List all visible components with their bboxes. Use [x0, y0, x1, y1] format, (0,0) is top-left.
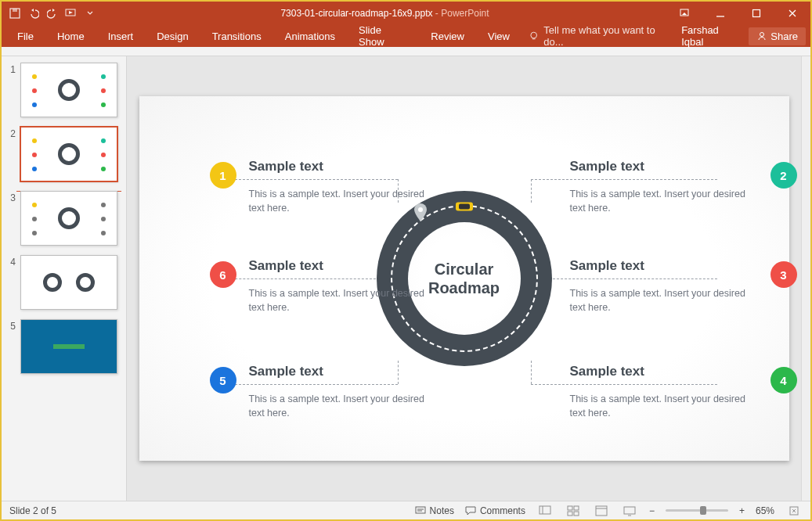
- item-body: This is a sample text. Insert your desir…: [249, 286, 437, 314]
- notes-label: Notes: [430, 505, 454, 516]
- notes-button[interactable]: Notes: [415, 505, 454, 516]
- tab-animations[interactable]: Animations: [274, 27, 346, 45]
- item-number-badge: 3: [770, 261, 797, 288]
- item-title: Sample text: [570, 258, 758, 274]
- slide-thumbnail-3[interactable]: [20, 191, 117, 246]
- tab-insert[interactable]: Insert: [97, 27, 145, 45]
- reading-view-button[interactable]: [593, 504, 610, 518]
- roadmap-item-1[interactable]: 1 Sample text This is a sample text. Ins…: [249, 159, 437, 215]
- start-from-beginning-icon[interactable]: [64, 6, 78, 20]
- zoom-out-button[interactable]: −: [649, 505, 655, 516]
- zoom-percent[interactable]: 65%: [756, 505, 774, 516]
- map-pin-icon[interactable]: [413, 203, 428, 225]
- share-label: Share: [770, 31, 798, 42]
- svg-rect-21: [596, 506, 607, 516]
- tell-me-text: Tell me what you want to do...: [543, 24, 672, 48]
- share-button[interactable]: Share: [749, 27, 806, 45]
- slide-thumbnail-4[interactable]: [20, 255, 117, 310]
- document-filename: 7303-01-circular-roadmap-16x9.pptx: [280, 8, 432, 19]
- vertical-scrollbar[interactable]: [801, 56, 810, 501]
- save-icon[interactable]: [8, 6, 22, 20]
- svg-rect-15: [540, 506, 550, 514]
- item-title: Sample text: [570, 159, 758, 174]
- svg-rect-23: [624, 507, 635, 514]
- thumbnail-number: 4: [5, 255, 16, 268]
- slide-thumbnail-1[interactable]: [20, 63, 117, 117]
- tab-design[interactable]: Design: [146, 27, 199, 45]
- signed-in-user[interactable]: Farshad Iqbal: [675, 21, 747, 51]
- center-line2: Roadmap: [428, 278, 500, 297]
- ribbon-tabs: File Home Insert Design Transitions Anim…: [2, 25, 810, 47]
- undo-icon[interactable]: [27, 6, 41, 20]
- app-name: - PowerPoint: [435, 8, 489, 19]
- zoom-slider[interactable]: [666, 509, 728, 512]
- thumbnail-row: 4: [5, 255, 123, 310]
- car-icon[interactable]: [456, 203, 473, 211]
- roadmap-item-2[interactable]: 2 Sample text This is a sample text. Ins…: [570, 159, 758, 215]
- slide-thumbnail-5[interactable]: [20, 319, 117, 374]
- item-title: Sample text: [249, 159, 437, 174]
- tell-me[interactable]: Tell me what you want to do...: [529, 24, 672, 48]
- slideshow-view-button[interactable]: [621, 504, 638, 518]
- thumbnail-number: 5: [5, 319, 16, 332]
- fit-to-window-button[interactable]: [785, 504, 803, 518]
- comments-label: Comments: [480, 505, 525, 516]
- slide-thumbnail-panel[interactable]: 1 2 3: [2, 56, 127, 501]
- thumbnail-row: 1: [5, 63, 123, 117]
- svg-rect-1: [13, 9, 17, 12]
- thumbnail-row: 5: [5, 319, 123, 374]
- roadmap-item-6[interactable]: 6 Sample text This is a sample text. Ins…: [249, 258, 437, 314]
- tab-transitions[interactable]: Transitions: [201, 27, 272, 45]
- slide-thumbnail-2[interactable]: [20, 127, 117, 181]
- tab-review[interactable]: Review: [420, 27, 475, 45]
- svg-rect-20: [574, 512, 579, 516]
- item-number-badge: 2: [770, 162, 797, 189]
- item-number-badge: 4: [770, 367, 797, 393]
- slide-sorter-button[interactable]: [565, 504, 582, 518]
- svg-rect-18: [574, 506, 579, 510]
- roadmap-item-3[interactable]: 3 Sample text This is a sample text. Ins…: [570, 258, 758, 314]
- tab-slideshow[interactable]: Slide Show: [348, 21, 418, 51]
- item-body: This is a sample text. Insert your desir…: [570, 286, 758, 314]
- thumbnail-number: 1: [5, 63, 16, 75]
- comments-icon: [465, 506, 476, 516]
- ring-center-text[interactable]: Circular Roadmap: [428, 260, 500, 297]
- connector: [531, 361, 532, 384]
- item-title: Sample text: [570, 364, 758, 379]
- thumbnail-number: 2: [5, 127, 16, 139]
- zoom-slider-knob[interactable]: [700, 506, 706, 515]
- item-number-badge: 5: [210, 367, 236, 393]
- zoom-in-button[interactable]: +: [739, 505, 745, 516]
- thumbnail-row: 2: [5, 127, 123, 181]
- svg-rect-19: [568, 512, 572, 516]
- center-line1: Circular: [428, 260, 500, 278]
- close-button[interactable]: [774, 2, 810, 25]
- connector: [531, 179, 532, 203]
- comments-button[interactable]: Comments: [465, 505, 525, 516]
- notes-icon: [415, 506, 426, 516]
- item-number-badge: 6: [210, 261, 236, 288]
- item-body: This is a sample text. Insert your desir…: [570, 392, 758, 420]
- tab-home[interactable]: Home: [46, 27, 96, 45]
- redo-icon[interactable]: [45, 6, 60, 20]
- item-body: This is a sample text. Insert your desir…: [249, 392, 437, 420]
- item-title: Sample text: [249, 258, 437, 274]
- slide-canvas-area[interactable]: Circular Roadmap 1 Sample text This is a…: [127, 56, 801, 501]
- roadmap-item-5[interactable]: 5 Sample text This is a sample text. Ins…: [249, 364, 437, 420]
- quick-access-toolbar: [2, 6, 103, 20]
- normal-view-button[interactable]: [536, 504, 554, 518]
- slide-counter[interactable]: Slide 2 of 5: [9, 505, 56, 516]
- roadmap-item-4[interactable]: 4 Sample text This is a sample text. Ins…: [570, 364, 758, 420]
- svg-rect-17: [568, 506, 572, 510]
- item-body: This is a sample text. Insert your desir…: [249, 187, 437, 215]
- svg-rect-5: [753, 10, 760, 17]
- qat-more-icon[interactable]: [83, 6, 97, 20]
- svg-point-10: [760, 33, 764, 37]
- slide-content[interactable]: Circular Roadmap 1 Sample text This is a…: [139, 96, 789, 461]
- item-number-badge: 1: [210, 162, 236, 189]
- tab-file[interactable]: File: [6, 27, 45, 45]
- tab-view[interactable]: View: [477, 27, 521, 45]
- window-title: 7303-01-circular-roadmap-16x9.pptx - Pow…: [103, 8, 666, 19]
- status-bar: Slide 2 of 5 Notes Comments − + 65%: [2, 501, 810, 519]
- share-icon: [756, 31, 767, 41]
